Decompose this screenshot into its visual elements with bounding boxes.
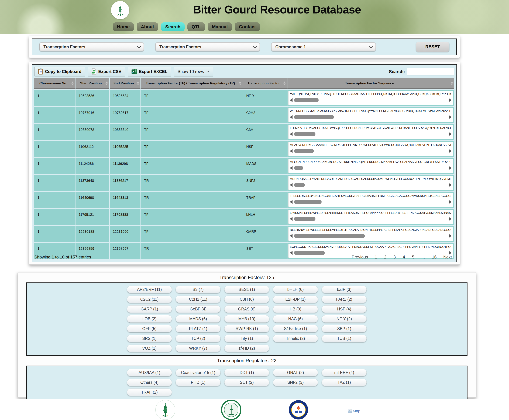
tf-family-button[interactable]: MADS (6)	[176, 315, 221, 322]
copy-to-clipboard-button[interactable]: Copy to Clipboard	[34, 67, 85, 76]
nav-tab[interactable]: Manual	[208, 22, 232, 31]
scroll-left-arrow-icon[interactable]	[290, 234, 293, 238]
scroll-right-arrow-icon[interactable]	[449, 234, 451, 238]
scrollbar-track[interactable]	[293, 166, 448, 170]
scroll-right-arrow-icon[interactable]	[449, 200, 451, 204]
tf-family-button[interactable]: NAC (6)	[273, 315, 318, 322]
tf-family-button[interactable]: C2C2 (11)	[127, 296, 172, 303]
tf-family-button[interactable]: GeBP (4)	[176, 305, 221, 313]
scroll-right-arrow-icon[interactable]	[449, 149, 451, 153]
tf-family-button[interactable]: bHLH (6)	[273, 286, 318, 293]
scroll-left-arrow-icon[interactable]	[290, 166, 293, 170]
scrollbar-thumb[interactable]	[294, 115, 334, 119]
tr-family-button[interactable]: GNAT (2)	[273, 369, 318, 376]
tf-family-button[interactable]: LOB (2)	[127, 315, 172, 322]
scroll-left-arrow-icon[interactable]	[290, 217, 293, 221]
tf-family-button[interactable]: MYB (10)	[224, 315, 269, 322]
scroll-right-arrow-icon[interactable]	[449, 132, 451, 136]
nav-tab[interactable]: Home	[113, 22, 134, 31]
next-page-button[interactable]: Next	[441, 254, 454, 261]
scrollbar-track[interactable]	[293, 217, 448, 221]
tr-family-button[interactable]: AUX/IAA (1)	[127, 369, 172, 376]
scroll-left-arrow-icon[interactable]	[290, 98, 293, 102]
tr-family-button[interactable]: PHD (1)	[176, 379, 221, 386]
scroll-right-arrow-icon[interactable]	[449, 166, 451, 170]
scroll-left-arrow-icon[interactable]	[290, 149, 293, 153]
tf-family-button[interactable]: HSF (4)	[322, 305, 367, 313]
filter-dropdown-type[interactable]: Transcrption Factors	[155, 42, 260, 52]
scroll-right-arrow-icon[interactable]	[449, 98, 451, 102]
page-number-button[interactable]: ...	[419, 254, 428, 261]
tr-family-button[interactable]: mTERF (4)	[322, 369, 367, 376]
tf-family-button[interactable]: TUB (1)	[322, 335, 367, 342]
scrollbar-track[interactable]	[293, 132, 448, 136]
tf-family-button[interactable]: C3H (6)	[224, 296, 269, 303]
nav-tab[interactable]: Contact	[235, 22, 260, 31]
tr-family-button[interactable]: TAZ (1)	[322, 379, 367, 386]
tf-family-button[interactable]: GARP (1)	[127, 305, 172, 313]
scroll-left-arrow-icon[interactable]	[290, 115, 293, 119]
export-csv-button[interactable]: CSV Export CSV	[88, 67, 125, 76]
tr-family-button[interactable]: SET (2)	[224, 379, 269, 386]
scroll-right-arrow-icon[interactable]	[449, 183, 451, 187]
nav-tab[interactable]: About	[137, 22, 158, 31]
search-input[interactable]	[407, 68, 454, 75]
tf-family-button[interactable]: B3 (7)	[176, 286, 221, 293]
tr-family-button[interactable]: Others (4)	[127, 379, 172, 386]
tf-family-button[interactable]: Trihelix (2)	[273, 335, 318, 342]
scroll-right-arrow-icon[interactable]	[449, 217, 451, 221]
scroll-left-arrow-icon[interactable]	[290, 200, 293, 204]
tf-family-button[interactable]: GRAS (6)	[224, 305, 269, 313]
tr-family-button[interactable]: TRAF (2)	[127, 389, 172, 396]
tr-family-button[interactable]: Coactivator p15 (1)	[176, 369, 221, 376]
scrollbar-thumb[interactable]	[294, 234, 365, 238]
scroll-left-arrow-icon[interactable]	[290, 183, 293, 187]
tf-family-button[interactable]: AP2/ERF (11)	[127, 286, 172, 293]
column-header[interactable]: Transcription Factor Sequence	[287, 78, 454, 89]
tr-family-button[interactable]: SNF2 (3)	[273, 379, 318, 386]
column-header[interactable]: Transcription Factor (TF) / Transcriptio…	[141, 78, 243, 89]
column-header[interactable]: Start Position	[76, 78, 109, 89]
page-number-button[interactable]: 4	[400, 254, 408, 261]
nav-tab[interactable]: Search	[161, 22, 185, 31]
scrollbar-track[interactable]	[293, 200, 448, 204]
column-header[interactable]: End Position	[110, 78, 140, 89]
tr-family-button[interactable]: DDT (1)	[224, 369, 269, 376]
tf-family-button[interactable]: Tify (1)	[224, 335, 269, 342]
filter-dropdown-chromosome[interactable]: Chromosome 1	[271, 42, 376, 52]
tf-family-button[interactable]: S1Fa-like (1)	[273, 325, 318, 332]
page-number-button[interactable]: 3	[391, 254, 399, 261]
page-number-button[interactable]: 5	[409, 254, 417, 261]
tf-family-button[interactable]: HB (9)	[273, 305, 318, 313]
column-header[interactable]: Transcription Factor	[243, 78, 287, 89]
page-number-button[interactable]: 1	[372, 254, 380, 261]
tf-family-button[interactable]: OFP (5)	[127, 325, 172, 332]
reset-button[interactable]: RESET	[416, 42, 449, 52]
scrollbar-thumb[interactable]	[294, 217, 316, 221]
tf-family-button[interactable]: SRS (1)	[127, 335, 172, 342]
page-number-button[interactable]: 16	[429, 254, 440, 261]
column-header[interactable]: Chromosome No.	[34, 78, 75, 89]
show-rows-dropdown[interactable]: Show 10 rows ▼	[174, 67, 213, 76]
tf-family-button[interactable]: SBP (1)	[322, 325, 367, 332]
tf-family-button[interactable]: NF-Y (2)	[322, 315, 367, 322]
scrollbar-thumb[interactable]	[294, 166, 303, 170]
scrollbar-thumb[interactable]	[294, 200, 322, 204]
scrollbar-thumb[interactable]	[294, 98, 319, 102]
tf-family-button[interactable]: PLATZ (1)	[176, 325, 221, 332]
scrollbar-track[interactable]	[293, 234, 448, 238]
tf-family-button[interactable]: VOZ (1)	[127, 345, 172, 352]
scrollbar-track[interactable]	[293, 115, 448, 119]
scroll-right-arrow-icon[interactable]	[449, 115, 451, 119]
tf-family-button[interactable]: C2H2 (11)	[176, 296, 221, 303]
tf-family-button[interactable]: zf-HD (2)	[224, 345, 269, 352]
previous-page-button[interactable]: Previous	[349, 254, 370, 261]
tf-family-button[interactable]: FAR1 (2)	[322, 296, 367, 303]
scrollbar-thumb[interactable]	[294, 132, 316, 136]
map-link[interactable]: Map	[348, 409, 360, 413]
filter-dropdown-category[interactable]: Transcrption Factors	[39, 42, 144, 52]
scrollbar-thumb[interactable]	[294, 149, 314, 153]
page-number-button[interactable]: 2	[381, 254, 389, 261]
tf-family-button[interactable]: bZIP (3)	[322, 286, 367, 293]
scrollbar-track[interactable]	[293, 98, 448, 102]
